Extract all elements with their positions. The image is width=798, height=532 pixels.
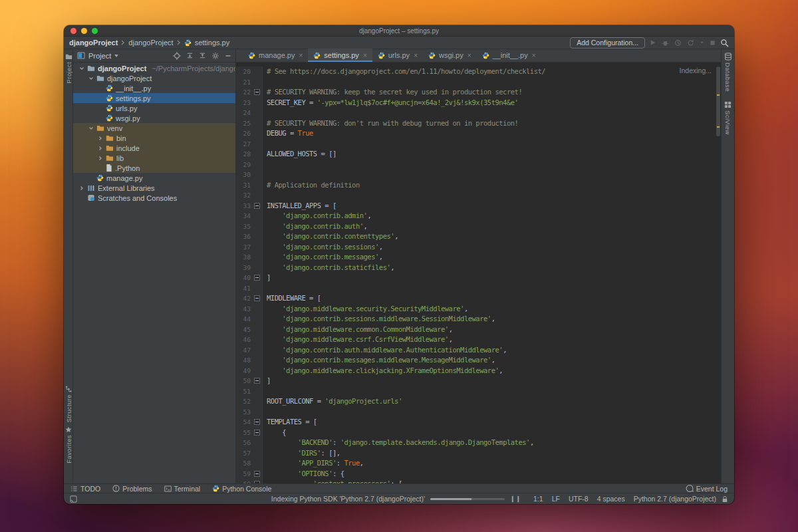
line-number[interactable]: 28	[236, 149, 253, 160]
search-everywhere-icon[interactable]	[720, 39, 729, 47]
code-line-20[interactable]: 20# See https://docs.djangoproject.com/e…	[236, 66, 721, 77]
code-line-57[interactable]: 57 'DIRS': [],	[236, 448, 721, 459]
fold-marker-icon[interactable]	[253, 469, 261, 479]
tree-item-bin[interactable]: bin	[73, 133, 235, 143]
fold-marker-icon[interactable]	[253, 376, 261, 386]
code-line-44[interactable]: 44 'django.contrib.sessions.middleware.S…	[236, 314, 721, 325]
status-item-lf[interactable]: LF	[552, 495, 560, 503]
code-line-54[interactable]: 54TEMPLATES = [	[236, 417, 721, 428]
tool-button-sciview[interactable]: SciView	[724, 101, 732, 134]
code-line-42[interactable]: 42MIDDLEWARE = [	[236, 293, 721, 304]
code-line-37[interactable]: 37 'django.contrib.sessions',	[236, 242, 721, 253]
code-line-30[interactable]: 30	[236, 170, 721, 180]
line-number[interactable]: 47	[236, 345, 253, 356]
line-number[interactable]: 54	[236, 417, 253, 428]
lock-icon[interactable]	[722, 495, 728, 503]
tool-button-structure[interactable]: Structure	[64, 386, 73, 422]
code-line-45[interactable]: 45 'django.middleware.common.CommonMiddl…	[236, 325, 721, 335]
chevron-down-icon[interactable]	[88, 126, 94, 131]
status-item-4-spaces[interactable]: 4 spaces	[597, 495, 625, 503]
code-line-32[interactable]: 32	[236, 190, 721, 201]
close-tab-icon[interactable]: ×	[299, 52, 303, 59]
line-number[interactable]: 44	[236, 314, 253, 325]
tool-window-button-python-console[interactable]: Python Console	[212, 485, 271, 493]
code-line-49[interactable]: 49 'django.middleware.clickjacking.XFram…	[236, 366, 721, 376]
code-line-27[interactable]: 27	[236, 139, 721, 150]
line-number[interactable]: 43	[236, 304, 253, 315]
tree-item-urls-py[interactable]: urls.py	[73, 103, 235, 113]
code-line-31[interactable]: 31# Application definition	[236, 180, 721, 191]
tree-item-manage-py[interactable]: manage.py	[73, 173, 235, 183]
tree-item-include[interactable]: include	[73, 143, 235, 153]
code-line-39[interactable]: 39 'django.contrib.staticfiles',	[236, 263, 721, 273]
fold-marker-icon[interactable]	[253, 87, 261, 98]
status-item-1-1[interactable]: 1:1	[533, 495, 543, 503]
chevron-right-icon[interactable]	[97, 156, 103, 161]
fold-marker-icon[interactable]	[253, 428, 261, 438]
code-line-41[interactable]: 41	[236, 283, 721, 294]
code-line-36[interactable]: 36 'django.contrib.contenttypes',	[236, 231, 721, 242]
tool-window-button-todo[interactable]: TODO	[70, 485, 100, 493]
line-number[interactable]: 52	[236, 396, 253, 407]
tab-wsgi-py[interactable]: wsgi.py×	[423, 49, 477, 62]
tool-window-layout-icon[interactable]	[70, 495, 77, 503]
code-line-21[interactable]: 21	[236, 77, 721, 88]
tool-button-database[interactable]: Database	[724, 53, 732, 92]
line-number[interactable]: 45	[236, 325, 253, 335]
breadcrumb-file[interactable]: settings.py	[195, 39, 230, 47]
code-line-38[interactable]: 38 'django.contrib.messages',	[236, 252, 721, 263]
tool-button-favorites[interactable]: Favorites	[64, 426, 73, 464]
tree-item-settings-py[interactable]: settings.py	[73, 93, 235, 103]
line-number[interactable]: 37	[236, 242, 253, 253]
line-number[interactable]: 26	[236, 128, 253, 139]
chevron-down-icon[interactable]	[78, 66, 84, 71]
line-number[interactable]: 34	[236, 211, 253, 221]
play-icon[interactable]	[650, 39, 656, 46]
tool-window-button-problems[interactable]: Problems	[112, 485, 152, 493]
line-number[interactable]: 48	[236, 355, 253, 366]
line-number[interactable]: 31	[236, 180, 253, 191]
project-panel-title[interactable]: Project	[88, 52, 111, 60]
code-line-33[interactable]: 33INSTALLED_APPS = [	[236, 201, 721, 211]
fold-marker-icon[interactable]	[253, 293, 261, 304]
code-line-60[interactable]: 60 'context_processors': [	[236, 479, 721, 483]
tab-urls-py[interactable]: urls.py×	[372, 49, 423, 62]
line-number[interactable]: 42	[236, 293, 253, 304]
code-line-56[interactable]: 56 'BACKEND': 'django.template.backends.…	[236, 438, 721, 448]
tree-item-scratches-and-consoles[interactable]: Scratches and Consoles	[73, 193, 235, 203]
profile-icon[interactable]	[674, 39, 682, 47]
code-line-28[interactable]: 28ALLOWED_HOSTS = []	[236, 149, 721, 160]
code-line-46[interactable]: 46 'django.middleware.csrf.CsrfViewMiddl…	[236, 334, 721, 345]
add-configuration-button[interactable]: Add Configuration...	[570, 37, 645, 49]
line-number[interactable]: 39	[236, 263, 253, 273]
line-number[interactable]: 29	[236, 160, 253, 170]
chevron-right-icon[interactable]	[97, 136, 103, 141]
close-tab-icon[interactable]: ×	[363, 52, 367, 59]
zoom-window-button[interactable]	[92, 28, 98, 34]
line-number[interactable]: 20	[236, 66, 253, 77]
code-line-53[interactable]: 53	[236, 407, 721, 418]
line-number[interactable]: 22	[236, 87, 253, 98]
line-number[interactable]: 36	[236, 231, 253, 242]
line-number[interactable]: 21	[236, 77, 253, 88]
close-tab-icon[interactable]: ×	[467, 52, 471, 59]
line-number[interactable]: 60	[236, 479, 253, 483]
chevron-right-icon[interactable]	[97, 146, 103, 151]
fold-marker-icon[interactable]	[253, 201, 261, 211]
tree-item-djangoproject[interactable]: djangoProject	[73, 73, 235, 83]
code-line-55[interactable]: 55 {	[236, 428, 721, 438]
line-number[interactable]: 33	[236, 201, 253, 211]
code-line-58[interactable]: 58 'APP_DIRS': True,	[236, 458, 721, 469]
tree-item-djangoproject[interactable]: djangoProject~/PycharmProjects/djangoPro…	[73, 63, 235, 73]
line-number[interactable]: 53	[236, 407, 253, 418]
code-line-51[interactable]: 51	[236, 386, 721, 397]
chevron-down-icon[interactable]	[88, 76, 94, 81]
tab-manage-py[interactable]: manage.py×	[243, 49, 308, 62]
collapse-all-icon[interactable]	[199, 52, 206, 59]
line-number[interactable]: 49	[236, 366, 253, 376]
line-number[interactable]: 38	[236, 252, 253, 263]
code-line-52[interactable]: 52ROOT_URLCONF = 'djangoProject.urls'	[236, 396, 721, 407]
code-line-34[interactable]: 34 'django.contrib.admin',	[236, 211, 721, 221]
line-number[interactable]: 30	[236, 170, 253, 180]
close-window-button[interactable]	[70, 28, 76, 34]
